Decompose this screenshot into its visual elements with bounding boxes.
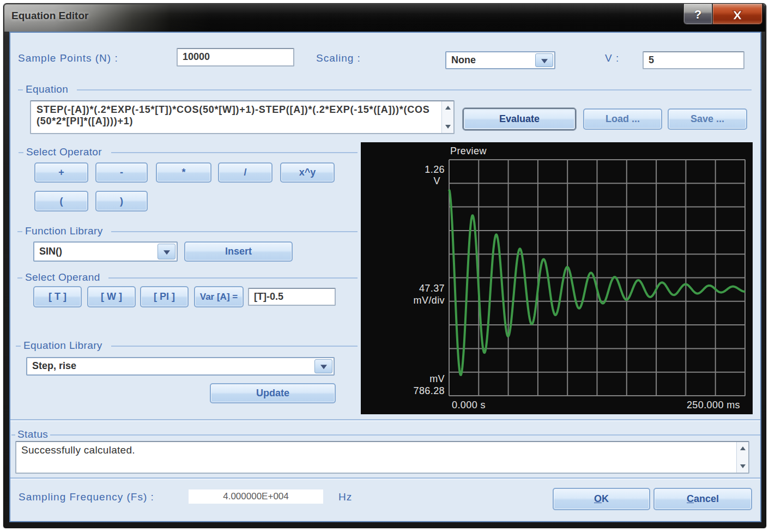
svg-text:V: V xyxy=(434,176,440,186)
svg-text:Preview: Preview xyxy=(450,146,487,156)
svg-text:0.000 s: 0.000 s xyxy=(452,400,486,410)
svg-text:mV/div: mV/div xyxy=(414,295,445,306)
svg-text:1.26: 1.26 xyxy=(425,164,445,175)
svg-text:mV: mV xyxy=(429,373,445,384)
svg-text:250.000 ms: 250.000 ms xyxy=(687,400,740,410)
svg-text:786.28: 786.28 xyxy=(414,385,445,396)
svg-text:47.37: 47.37 xyxy=(419,283,445,294)
